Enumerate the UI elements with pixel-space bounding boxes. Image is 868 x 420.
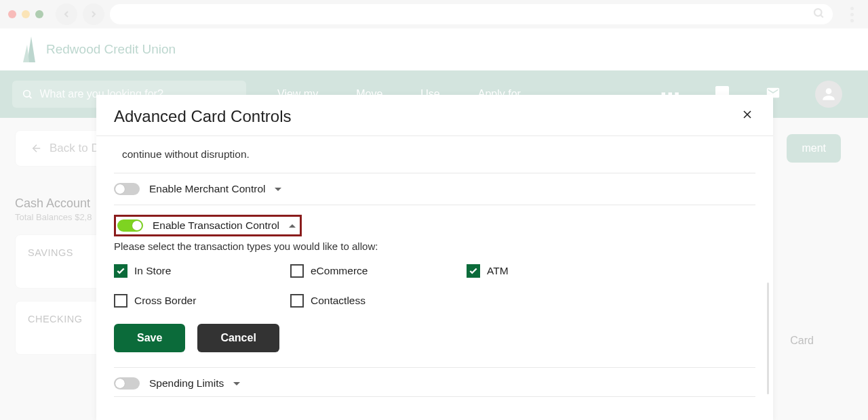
spending-limits-row: Spending Limits [114, 368, 755, 396]
chevron-down-icon[interactable] [275, 188, 281, 191]
search-icon [812, 7, 825, 22]
merchant-control-row: Enable Merchant Control [114, 173, 755, 205]
svg-line-1 [821, 15, 823, 17]
checkbox-label: In Store [134, 265, 171, 277]
arrow-left-icon [31, 142, 43, 154]
account-label: CHECKING [28, 314, 83, 324]
svg-marker-3 [23, 45, 29, 62]
checkbox-label: Contactless [311, 295, 366, 307]
checkbox-icon [290, 294, 304, 308]
spending-limits-label: Spending Limits [149, 377, 224, 390]
cancel-button[interactable]: Cancel [197, 324, 279, 352]
svg-line-5 [29, 96, 31, 98]
save-button[interactable]: Save [114, 324, 185, 352]
checkbox-label: Cross Border [134, 295, 196, 307]
browser-back-button[interactable] [56, 3, 77, 25]
action-button[interactable]: ment [787, 134, 841, 163]
svg-point-4 [24, 91, 31, 98]
window-close[interactable] [8, 10, 16, 18]
checkbox-label: ATM [487, 265, 509, 277]
checkbox-icon [114, 294, 127, 308]
close-button[interactable] [739, 108, 755, 125]
window-controls [8, 10, 43, 18]
checkbox-label: eCommerce [311, 265, 368, 277]
logo-icon [23, 37, 39, 62]
modal-description-fragment: continue without disruption. [114, 143, 755, 173]
modal-title: Advanced Card Controls [114, 107, 291, 126]
browser-forward-button[interactable] [83, 3, 104, 25]
browser-menu-button[interactable] [844, 7, 860, 22]
url-bar[interactable] [110, 4, 833, 24]
checkbox-atm[interactable]: ATM [467, 264, 643, 278]
window-minimize[interactable] [22, 10, 30, 18]
advanced-card-controls-modal: Advanced Card Controls continue without … [96, 95, 773, 420]
checkbox-cross-border[interactable]: Cross Border [114, 294, 290, 308]
checkbox-ecommerce[interactable]: eCommerce [290, 264, 467, 278]
merchant-control-label: Enable Merchant Control [149, 183, 265, 195]
transaction-options: In Store eCommerce ATM Cross Border Cont… [114, 264, 755, 308]
svg-point-0 [814, 9, 822, 16]
spending-limits-toggle[interactable] [114, 377, 140, 390]
merchant-control-toggle[interactable] [114, 183, 140, 195]
svg-point-6 [826, 88, 832, 94]
card-label-fragment: Card [790, 335, 814, 347]
transaction-control-toggle[interactable] [117, 219, 143, 232]
scrollbar[interactable] [767, 282, 769, 394]
brand-logo[interactable]: Redwood Credit Union [23, 37, 176, 62]
checkbox-icon [114, 264, 127, 278]
checkbox-icon [290, 264, 304, 278]
checkbox-in-store[interactable]: In Store [114, 264, 290, 278]
checkbox-contactless[interactable]: Contactless [290, 294, 467, 308]
close-icon [741, 108, 754, 121]
transaction-control-label: Enable Transaction Control [153, 219, 279, 232]
avatar[interactable] [815, 81, 842, 108]
transaction-control-row: Enable Transaction Control [114, 205, 755, 239]
window-maximize[interactable] [35, 10, 43, 18]
chevron-down-icon[interactable] [233, 382, 240, 385]
browser-chrome [0, 0, 868, 28]
chevron-up-icon[interactable] [289, 224, 296, 228]
account-label: SAVINGS [28, 247, 73, 258]
transaction-help-text: Please select the transaction types you … [114, 240, 755, 252]
highlighted-transaction-toggle: Enable Transaction Control [114, 215, 302, 236]
brand-name: Redwood Credit Union [46, 42, 176, 57]
checkbox-icon [467, 264, 480, 278]
search-icon [22, 88, 33, 100]
brand-header: Redwood Credit Union [0, 28, 868, 70]
